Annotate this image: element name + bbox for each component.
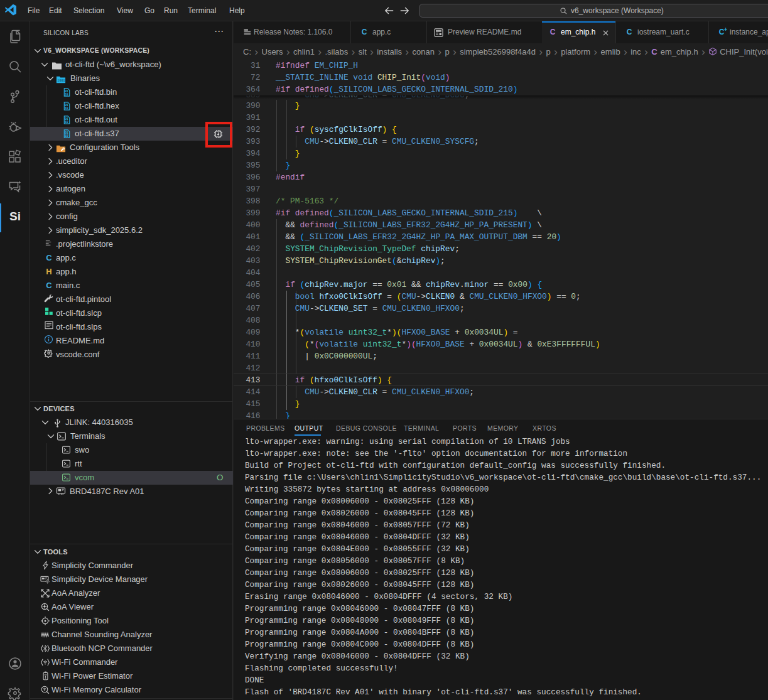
svg-text:1001: 1001	[57, 79, 65, 83]
